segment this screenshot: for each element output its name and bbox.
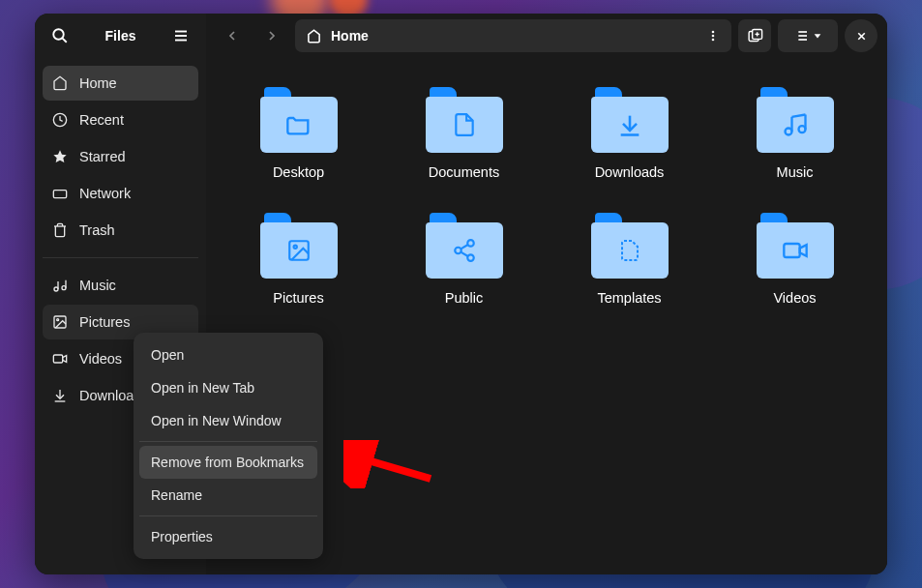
- sidebar-item-label: Home: [79, 75, 117, 91]
- svg-line-1: [63, 39, 67, 43]
- menu-item-open-new-tab[interactable]: Open in New Tab: [139, 371, 317, 404]
- toolbar: Home: [206, 14, 887, 58]
- close-button[interactable]: [845, 19, 877, 52]
- svg-line-47: [461, 245, 467, 249]
- app-title: Files: [89, 28, 152, 44]
- new-tab-button[interactable]: [738, 19, 771, 52]
- music-icon: [52, 278, 68, 293]
- menu-separator: [139, 515, 317, 516]
- svg-marker-6: [53, 150, 66, 162]
- folder-label: Desktop: [273, 164, 324, 180]
- download-icon: [52, 388, 68, 403]
- pathbar[interactable]: Home: [295, 19, 731, 52]
- folder-icon: [757, 213, 834, 279]
- svg-marker-50: [799, 245, 806, 256]
- folder-public[interactable]: Public: [426, 213, 503, 306]
- folder-icon: [757, 87, 834, 153]
- svg-line-52: [358, 457, 431, 479]
- sidebar-header: Files: [35, 14, 206, 58]
- menu-item-rename[interactable]: Rename: [139, 479, 317, 512]
- sidebar-item-trash[interactable]: Trash: [43, 213, 198, 248]
- view-options-button[interactable]: [778, 19, 838, 52]
- folder-icon: [426, 87, 503, 153]
- pathbar-location: Home: [331, 28, 369, 44]
- search-button[interactable]: [48, 24, 72, 47]
- sidebar-item-label: Trash: [79, 222, 115, 238]
- folder-documents[interactable]: Documents: [426, 87, 503, 180]
- menu-item-remove-bookmark[interactable]: Remove from Bookmarks: [139, 446, 317, 479]
- home-icon: [307, 29, 321, 44]
- folder-downloads[interactable]: Downloads: [591, 87, 669, 180]
- folder-label: Templates: [597, 290, 661, 306]
- folder-icon: [426, 213, 503, 279]
- svg-rect-49: [784, 244, 799, 257]
- sidebar-item-music[interactable]: Music: [43, 268, 198, 303]
- folder-label: Documents: [429, 164, 499, 180]
- folder-templates[interactable]: Templates: [591, 213, 669, 306]
- sidebar-item-label: Recent: [79, 112, 124, 128]
- folder-label: Videos: [773, 290, 816, 306]
- menu-separator: [139, 441, 317, 442]
- context-menu: Open Open in New Tab Open in New Window …: [134, 333, 323, 559]
- clock-icon: [52, 112, 68, 128]
- sidebar-item-network[interactable]: Network: [43, 176, 198, 211]
- pathbar-menu-button[interactable]: [706, 29, 720, 43]
- svg-point-44: [467, 240, 474, 247]
- trash-icon: [52, 222, 68, 238]
- svg-marker-16: [63, 356, 67, 363]
- folder-videos[interactable]: Videos: [757, 213, 834, 306]
- sidebar-item-recent[interactable]: Recent: [43, 103, 198, 137]
- svg-line-48: [461, 252, 467, 256]
- sidebar-item-label: Starred: [79, 149, 126, 164]
- sidebar-separator: [43, 257, 198, 258]
- folder-label: Music: [777, 164, 814, 180]
- menu-item-open-new-window[interactable]: Open in New Window: [139, 404, 317, 437]
- svg-marker-32: [815, 34, 821, 38]
- forward-button[interactable]: [255, 19, 288, 52]
- folder-music[interactable]: Music: [757, 87, 834, 180]
- folder-label: Downloads: [595, 164, 665, 180]
- svg-point-43: [293, 246, 296, 249]
- svg-rect-15: [53, 355, 62, 363]
- sidebar-item-starred[interactable]: Starred: [43, 139, 198, 174]
- folder-label: Pictures: [273, 290, 323, 306]
- svg-point-20: [712, 35, 715, 38]
- svg-point-45: [455, 248, 461, 254]
- sidebar-item-label: Network: [79, 186, 131, 201]
- folder-icon: [260, 87, 338, 153]
- svg-point-0: [53, 29, 64, 40]
- video-icon: [52, 351, 68, 367]
- folder-icon: [591, 213, 669, 279]
- home-icon: [52, 75, 68, 91]
- folder-icon: [591, 87, 669, 153]
- folder-icon: [260, 213, 338, 279]
- svg-point-21: [712, 39, 715, 42]
- sidebar-item-home[interactable]: Home: [43, 66, 198, 101]
- svg-line-41: [791, 115, 805, 117]
- menu-item-properties[interactable]: Properties: [139, 520, 317, 553]
- menu-item-open[interactable]: Open: [139, 338, 317, 371]
- sidebar-item-label: Music: [79, 278, 116, 293]
- svg-rect-7: [53, 191, 66, 198]
- folder-label: Public: [445, 290, 484, 306]
- svg-point-19: [712, 31, 715, 34]
- sidebar-item-label: Videos: [79, 351, 122, 367]
- svg-point-46: [467, 254, 474, 261]
- back-button[interactable]: [216, 19, 249, 52]
- network-icon: [52, 186, 68, 201]
- annotation-arrow: [343, 440, 440, 488]
- sidebar-menu-button[interactable]: [169, 24, 193, 47]
- star-icon: [52, 149, 68, 164]
- svg-point-14: [57, 319, 59, 321]
- folder-desktop[interactable]: Desktop: [260, 87, 338, 180]
- folder-pictures[interactable]: Pictures: [260, 213, 338, 306]
- picture-icon: [52, 314, 68, 330]
- sidebar-item-label: Pictures: [79, 314, 130, 330]
